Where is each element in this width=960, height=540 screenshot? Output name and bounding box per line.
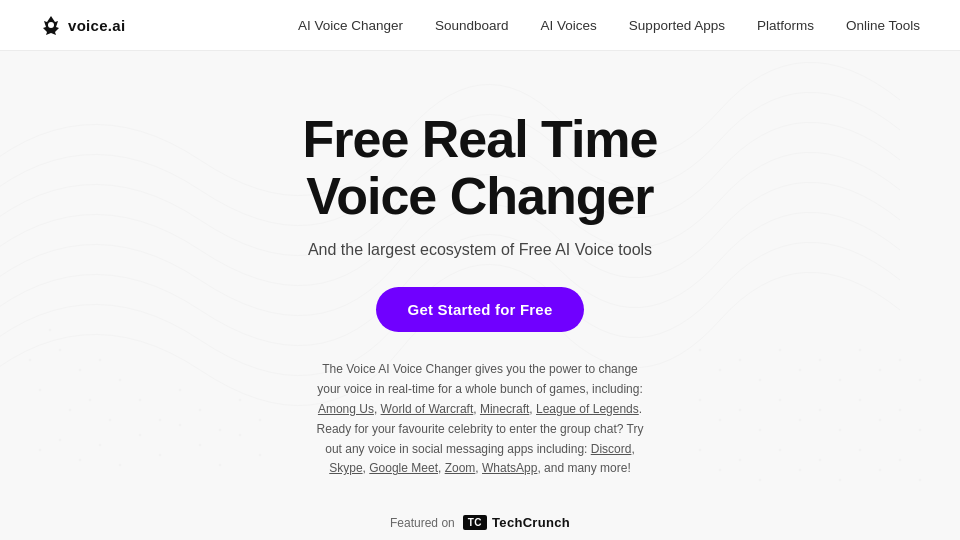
link-discord[interactable]: Discord <box>591 442 632 456</box>
link-zoom[interactable]: Zoom <box>445 461 476 475</box>
techcrunch-logo: TC TechCrunch <box>463 515 570 530</box>
link-skype[interactable]: Skype <box>329 461 362 475</box>
link-league-of-legends[interactable]: League of Legends <box>536 402 639 416</box>
nav-supported-apps[interactable]: Supported Apps <box>629 18 725 33</box>
techcrunch-text: TechCrunch <box>492 515 570 530</box>
logo-text: voice.ai <box>68 17 125 34</box>
link-whatsapp[interactable]: WhatsApp <box>482 461 537 475</box>
techcrunch-icon: TC <box>463 515 487 530</box>
main-nav: AI Voice Changer Soundboard AI Voices Su… <box>298 18 920 33</box>
hero-subtitle: And the largest ecosystem of Free AI Voi… <box>308 241 652 259</box>
header: voice.ai AI Voice Changer Soundboard AI … <box>0 0 960 51</box>
hero-title: Free Real Time Voice Changer <box>302 111 657 225</box>
svg-point-56 <box>759 479 761 481</box>
nav-platforms[interactable]: Platforms <box>757 18 814 33</box>
svg-point-65 <box>48 22 54 28</box>
link-google-meet[interactable]: Google Meet <box>369 461 438 475</box>
nav-soundboard[interactable]: Soundboard <box>435 18 509 33</box>
cta-button[interactable]: Get Started for Free <box>376 287 585 332</box>
svg-point-60 <box>839 479 841 481</box>
nav-ai-voice-changer[interactable]: AI Voice Changer <box>298 18 403 33</box>
hero-title-line2: Voice Changer <box>306 167 653 225</box>
nav-ai-voices[interactable]: AI Voices <box>541 18 597 33</box>
nav-online-tools[interactable]: Online Tools <box>846 18 920 33</box>
link-among-us[interactable]: Among Us <box>318 402 374 416</box>
logo-icon <box>40 14 62 36</box>
svg-point-64 <box>919 479 921 481</box>
hero-section: Free Real Time Voice Changer And the lar… <box>0 51 960 479</box>
logo-link[interactable]: voice.ai <box>40 14 125 36</box>
link-minecraft[interactable]: Minecraft <box>480 402 529 416</box>
featured-label: Featured on <box>390 516 455 530</box>
featured-section: Featured on TC TechCrunch <box>0 515 960 530</box>
hero-title-line1: Free Real Time <box>302 110 657 168</box>
link-world-of-warcraft[interactable]: World of Warcraft <box>381 402 474 416</box>
hero-description: The Voice AI Voice Changer gives you the… <box>310 360 650 479</box>
